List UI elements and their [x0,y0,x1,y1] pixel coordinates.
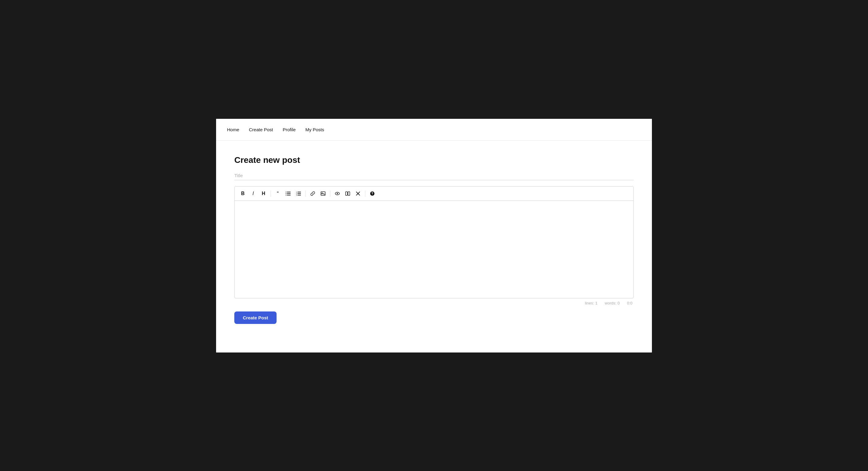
svg-text:3.: 3. [296,194,297,196]
bold-button[interactable]: B [238,189,247,198]
link-button[interactable] [308,189,317,198]
svg-rect-17 [348,192,350,195]
svg-rect-2 [286,193,286,194]
link-icon [310,191,315,196]
toolbar-separator-1 [271,191,271,197]
help-button[interactable] [368,189,377,198]
words-stat: words: 0 [605,301,620,305]
italic-button[interactable]: I [249,189,258,198]
unordered-list-button[interactable] [284,189,293,198]
heading-button[interactable]: H [259,189,268,198]
editor-container: B I H “ 1. [234,186,634,299]
side-by-side-icon [345,191,350,196]
preview-icon [335,191,340,196]
page-title: Create new post [234,155,634,165]
preview-button[interactable] [333,189,342,198]
ordered-list-icon: 1. 2. 3. [296,191,301,196]
nav-profile[interactable]: Profile [283,127,296,132]
nav-home[interactable]: Home [227,127,239,132]
toolbar-separator-4 [365,191,365,197]
create-post-button[interactable]: Create Post [234,311,277,324]
fullscreen-button[interactable] [353,189,363,198]
svg-rect-1 [287,192,290,192]
browser-frame: Home Create Post Profile My Posts Create… [215,118,653,353]
nav-create-post[interactable]: Create Post [249,127,273,132]
svg-rect-5 [287,195,290,195]
image-button[interactable] [318,189,328,198]
ordered-list-button[interactable]: 1. 2. 3. [294,189,303,198]
navbar: Home Create Post Profile My Posts [216,119,652,141]
toolbar-separator-2 [305,191,306,197]
svg-rect-0 [286,192,286,192]
svg-point-15 [337,193,338,194]
fullscreen-icon [355,191,361,196]
cursor-stat: 0:0 [627,301,632,305]
svg-rect-9 [298,193,301,194]
editor-stats: lines: 1 words: 0 0:0 [234,301,634,305]
side-by-side-button[interactable] [343,189,352,198]
main-content: Create new post B I H “ [216,141,652,352]
svg-rect-4 [286,195,286,195]
image-icon [321,191,326,196]
svg-rect-11 [298,195,301,195]
help-icon [370,191,375,196]
lines-stat: lines: 1 [585,301,597,305]
unordered-list-icon [286,191,290,196]
svg-rect-7 [298,192,301,192]
editor-toolbar: B I H “ 1. [235,187,633,201]
nav-my-posts[interactable]: My Posts [305,127,324,132]
post-title-input[interactable] [234,171,634,180]
editor-body[interactable] [235,201,633,298]
svg-rect-3 [287,193,290,194]
blockquote-button[interactable]: “ [273,189,282,198]
svg-rect-16 [346,192,347,195]
